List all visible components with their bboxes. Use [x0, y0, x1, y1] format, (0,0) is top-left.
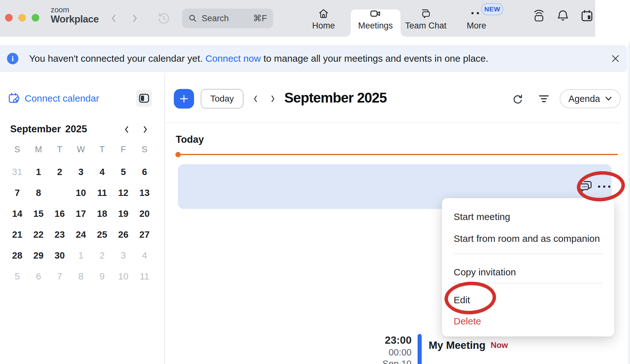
mini-calendar-day-21[interactable]: 21	[7, 224, 28, 245]
today-button[interactable]: Today	[201, 89, 243, 109]
meeting-more-options-icon[interactable]	[603, 185, 605, 188]
mini-calendar-day-8[interactable]: 8	[70, 266, 91, 287]
mini-calendar-day-24[interactable]: 24	[70, 224, 91, 245]
weekday-label: S	[134, 143, 155, 156]
header-divider	[164, 122, 621, 123]
mini-calendar-day-11[interactable]: 11	[134, 266, 155, 287]
mini-calendar-prev-icon[interactable]	[123, 124, 130, 136]
mini-calendar-day-19[interactable]: 19	[113, 203, 134, 224]
meeting-times: 23:00 00:00 Sep 10	[368, 334, 412, 364]
menu-item-edit[interactable]: Edit	[454, 294, 602, 306]
search-input[interactable]: Search ⌘F	[182, 9, 273, 28]
menu-item-delete[interactable]: Delete	[454, 315, 602, 328]
tab-home[interactable]: Home	[301, 0, 346, 37]
current-time-line	[176, 154, 618, 155]
mini-calendar-day-4[interactable]: 4	[91, 161, 113, 182]
mini-calendar-day-7[interactable]: 7	[7, 182, 28, 203]
mini-calendar-day-30[interactable]: 30	[49, 245, 70, 266]
mini-calendar-grid: 3112345678910111213141516171819202122232…	[7, 161, 155, 287]
mini-calendar-day-17[interactable]: 17	[70, 203, 91, 224]
forward-arrow-icon[interactable]	[131, 13, 138, 25]
mini-calendar-day-18[interactable]: 18	[91, 203, 113, 224]
meeting-chat-icon[interactable]	[579, 179, 594, 195]
mini-calendar-day-1[interactable]: 1	[70, 245, 91, 266]
info-icon: i	[7, 53, 18, 64]
tab-team-chat[interactable]: Team Chat	[404, 0, 448, 37]
mini-calendar-day-10[interactable]: 10	[70, 182, 91, 203]
collapse-sidebar-button[interactable]	[136, 90, 152, 107]
mini-calendar-day-2[interactable]: 2	[91, 245, 113, 266]
team-chat-icon	[419, 8, 432, 22]
history-icon[interactable]	[157, 11, 171, 27]
connect-to-device-icon[interactable]	[532, 9, 546, 24]
back-arrow-icon[interactable]	[110, 13, 117, 25]
logo-workplace-text: Workplace	[51, 14, 99, 25]
menu-divider	[454, 254, 602, 254]
tab-home-label: Home	[312, 21, 335, 31]
calendar-link-icon	[8, 92, 21, 105]
current-time-dot	[175, 152, 181, 157]
mini-calendar-day-13[interactable]: 13	[134, 182, 155, 203]
notifications-bell-icon[interactable]	[556, 9, 570, 24]
plus-icon	[179, 93, 189, 104]
mini-calendar-day-12[interactable]: 12	[113, 182, 134, 203]
titlebar: zoom Workplace Search ⌘F	[0, 0, 595, 37]
meeting-more-options-icon[interactable]	[608, 185, 610, 188]
mini-calendar-day-5[interactable]: 5	[113, 161, 134, 182]
mini-calendar-day-10[interactable]: 10	[113, 266, 134, 287]
mini-calendar-day-20[interactable]: 20	[134, 203, 155, 224]
mini-calendar-day-28[interactable]: 28	[7, 245, 28, 266]
meeting-end-time: 00:00	[368, 347, 412, 358]
mini-calendar-day-6[interactable]: 6	[134, 161, 155, 182]
mini-calendar-day-7[interactable]: 7	[49, 266, 70, 287]
mini-calendar-day-9[interactable]: 9	[91, 266, 113, 287]
menu-item-start-from-room[interactable]: Start from room and as companion	[454, 232, 602, 245]
connect-calendar-label: Connect calendar	[25, 93, 99, 104]
mini-calendar-day-11[interactable]: 11	[91, 182, 113, 203]
mini-calendar-day-8[interactable]: 8	[28, 182, 49, 203]
connect-now-link[interactable]: Connect now	[205, 53, 261, 64]
tab-meetings[interactable]: Meetings	[353, 0, 398, 37]
mini-calendar-day-15[interactable]: 15	[28, 203, 49, 224]
mini-calendar-day-22[interactable]: 22	[28, 224, 49, 245]
meeting-more-options-icon[interactable]	[598, 185, 600, 188]
mini-calendar-day-2[interactable]: 2	[49, 161, 70, 182]
more-ellipsis-icon	[477, 12, 479, 14]
mini-calendar-day-14[interactable]: 14	[7, 203, 28, 224]
calendar-icon[interactable]	[580, 9, 594, 24]
mini-calendar-day-29[interactable]: 29	[28, 245, 49, 266]
mini-calendar-day-6[interactable]: 6	[28, 266, 49, 287]
mini-calendar-day-23[interactable]: 23	[49, 224, 70, 245]
mini-calendar-day-9[interactable]: 9	[49, 182, 70, 203]
mini-calendar-day-16[interactable]: 16	[49, 203, 70, 224]
mini-calendar-day-5[interactable]: 5	[7, 266, 28, 287]
mini-calendar-day-25[interactable]: 25	[91, 224, 113, 245]
mini-calendar-day-3[interactable]: 3	[113, 245, 134, 266]
content-right-edge	[629, 42, 629, 364]
menu-item-copy-invitation[interactable]: Copy invitation	[454, 266, 602, 279]
weekday-label: F	[113, 143, 134, 156]
mini-calendar-day-31[interactable]: 31	[7, 161, 28, 182]
view-selector-dropdown[interactable]: Agenda	[560, 89, 621, 108]
mini-calendar-day-27[interactable]: 27	[134, 224, 155, 245]
refresh-icon[interactable]	[512, 93, 524, 106]
next-period-icon[interactable]	[269, 94, 276, 105]
previous-period-icon[interactable]	[252, 94, 259, 105]
zoom-window-button[interactable]	[32, 14, 39, 22]
mini-calendar-next-icon[interactable]	[142, 124, 149, 136]
add-meeting-button[interactable]	[174, 89, 194, 109]
new-badge: NEW	[481, 3, 503, 15]
mini-calendar-day-4[interactable]: 4	[134, 245, 155, 266]
mini-calendar-day-3[interactable]: 3	[70, 161, 91, 182]
connect-calendar-banner: i You haven't connected your calendar ye…	[0, 45, 627, 72]
menu-item-start-meeting[interactable]: Start meeting	[454, 210, 602, 223]
mini-calendar-day-1[interactable]: 1	[28, 161, 49, 182]
minimize-window-button[interactable]	[18, 14, 26, 22]
mini-calendar-day-26[interactable]: 26	[113, 224, 134, 245]
connect-calendar-link[interactable]: Connect calendar	[8, 92, 99, 105]
banner-close-icon[interactable]	[610, 53, 621, 65]
close-window-button[interactable]	[5, 14, 13, 22]
filter-icon[interactable]	[538, 94, 550, 105]
sidebar-divider	[164, 73, 165, 364]
meeting-context-menu: Start meeting Start from room and as com…	[442, 198, 614, 336]
